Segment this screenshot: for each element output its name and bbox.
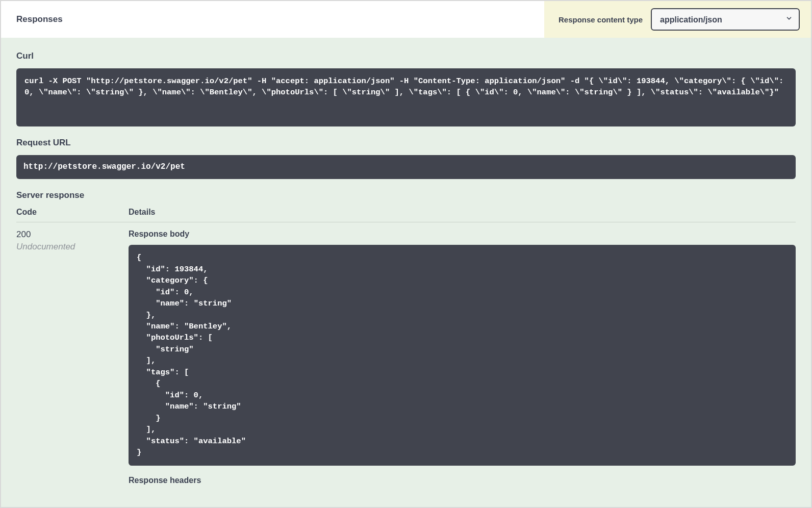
curl-command-block[interactable]: curl -X POST "http://petstore.swagger.io… [16, 68, 796, 126]
request-url-label: Request URL [16, 138, 796, 148]
response-body-block[interactable]: { "id": 193844, "category": { "id": 0, "… [129, 245, 796, 465]
curl-label: Curl [16, 51, 796, 61]
content-type-panel: Response content type application/json [544, 1, 811, 38]
responses-header-bar: Responses Response content type applicat… [1, 1, 811, 38]
response-body-label: Response body [129, 230, 796, 239]
content-type-label: Response content type [559, 15, 643, 24]
request-url-block[interactable]: http://petstore.swagger.io/v2/pet [16, 155, 796, 179]
response-row: 200 Undocumented Response body { "id": 1… [16, 230, 796, 485]
server-response-label: Server response [16, 190, 796, 200]
details-column-header: Details [129, 208, 796, 217]
response-table-head: Code Details [16, 208, 796, 222]
response-undocumented: Undocumented [16, 242, 129, 252]
code-column-header: Code [16, 208, 129, 217]
responses-title: Responses [16, 14, 63, 24]
response-code: 200 [16, 230, 129, 240]
content-type-select[interactable]: application/json [651, 8, 800, 31]
responses-panel: Curl curl -X POST "http://petstore.swagg… [1, 38, 811, 507]
response-headers-label: Response headers [129, 476, 796, 485]
